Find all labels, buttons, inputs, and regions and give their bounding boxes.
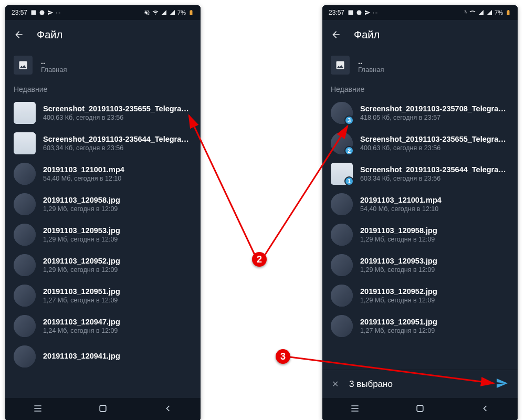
list-item[interactable]: 3 Screenshot_20191103-235708_Telegram X.…	[322, 98, 518, 128]
file-meta: 603,34 Кб, сегодня в 23:56	[360, 175, 509, 182]
list-item[interactable]: 20191103_120941.jpg	[5, 341, 201, 372]
signal-icon	[161, 9, 167, 16]
breadcrumb-dots: ..	[358, 57, 384, 66]
file-name: 20191103_120947.jpg	[43, 318, 120, 326]
send-icon[interactable]	[496, 377, 508, 392]
header: Файл	[5, 20, 201, 49]
file-meta: 54,40 Мб, сегодня в 12:10	[360, 205, 442, 213]
breadcrumb-dots: ..	[41, 57, 67, 66]
battery-pct: 7%	[495, 9, 503, 16]
status-notif-icons: ···	[30, 9, 60, 16]
file-name: 20191103_120953.jpg	[43, 226, 120, 235]
file-name: 20191103_121001.mp4	[43, 165, 124, 174]
breadcrumb[interactable]: .. Главная	[322, 49, 518, 81]
header: Файл	[322, 20, 518, 49]
file-meta: 418,05 Кб, сегодня в 23:57	[360, 114, 509, 121]
svg-rect-0	[32, 10, 36, 15]
list-item[interactable]: 20191103_120951.jpg 1,27 Мб, сегодня в 1…	[5, 280, 201, 311]
battery-pct: 7%	[177, 9, 186, 16]
phone-right: 23:57 ··· 7% Файл .. Главная	[322, 5, 518, 420]
nav-bar	[5, 398, 201, 420]
status-time: 23:57	[329, 9, 344, 16]
list-item[interactable]: Screenshot_20191103-235644_Telegram X.jp…	[5, 128, 201, 159]
file-name: 20191103_120951.jpg	[43, 287, 120, 296]
file-name: 20191103_121001.mp4	[360, 196, 442, 204]
file-meta: 1,29 Мб, сегодня в 12:09	[43, 236, 120, 243]
section-recent-label: Недавние	[322, 81, 518, 98]
mute-icon	[461, 9, 467, 16]
selection-bar: ✕ 3 выбрано	[322, 370, 518, 398]
file-meta: 1,29 Мб, сегодня в 12:09	[360, 297, 437, 304]
signal2-icon	[486, 9, 492, 16]
list-item[interactable]: 20191103_120953.jpg 1,29 Мб, сегодня в 1…	[5, 219, 201, 250]
svg-point-7	[357, 10, 362, 15]
list-item[interactable]: 2 Screenshot_20191103-235655_Telegram X.…	[322, 128, 518, 159]
selection-badge: 2	[344, 146, 354, 155]
back-arrow-icon[interactable]	[331, 29, 341, 40]
file-name: 20191103_120951.jpg	[360, 318, 437, 326]
status-notif-icons: ···	[348, 9, 377, 16]
wifi-icon	[152, 9, 159, 16]
file-meta: 1,24 Мб, сегодня в 12:09	[43, 327, 120, 334]
file-meta: 1,29 Мб, сегодня в 12:09	[360, 266, 437, 274]
list-item[interactable]: 20191103_121001.mp4 54,40 Мб, сегодня в …	[5, 159, 201, 189]
section-recent-label: Недавние	[5, 81, 201, 98]
file-name: Screenshot_20191103-235655_Telegram X.jp…	[360, 135, 509, 143]
file-meta: 1,29 Мб, сегодня в 12:09	[360, 236, 437, 243]
list-item[interactable]: 20191103_120958.jpg 1,29 Мб, сегодня в 1…	[322, 219, 518, 250]
battery-icon	[188, 9, 194, 16]
svg-point-1	[40, 10, 45, 15]
selection-badge: 3	[344, 116, 354, 125]
close-icon[interactable]: ✕	[332, 379, 339, 389]
selection-badge: 1	[344, 176, 354, 186]
list-item[interactable]: 20191103_120952.jpg 1,29 Мб, сегодня в 1…	[5, 250, 201, 280]
list-item[interactable]: 20191103_120947.jpg 1,24 Мб, сегодня в 1…	[5, 311, 201, 341]
signal-icon	[478, 9, 484, 16]
phone-left: 23:57 ··· 7% Файл .. Главная	[5, 5, 201, 420]
selection-count-label: 3 выбрано	[349, 379, 485, 390]
gallery-icon	[331, 56, 350, 75]
page-title: Файл	[37, 29, 62, 41]
file-name: Screenshot_20191103-235655_Telegram X.jp…	[43, 104, 192, 113]
file-name: 20191103_120953.jpg	[360, 257, 437, 265]
nav-recents-icon[interactable]	[33, 403, 43, 416]
file-meta: 1,27 Мб, сегодня в 12:09	[43, 297, 120, 304]
file-list-left: Screenshot_20191103-235655_Telegram X.jp…	[5, 98, 201, 372]
breadcrumb-main: Главная	[358, 66, 384, 74]
page-title: Файл	[354, 29, 380, 41]
file-name: 20191103_120958.jpg	[360, 226, 437, 235]
file-meta: 603,34 Кб, сегодня в 23:56	[43, 144, 192, 152]
list-item[interactable]: Screenshot_20191103-235655_Telegram X.jp…	[5, 98, 201, 128]
back-arrow-icon[interactable]	[14, 29, 24, 40]
file-name: Screenshot_20191103-235644_Telegram X.jp…	[43, 135, 192, 143]
list-item[interactable]: 20191103_120953.jpg 1,29 Мб, сегодня в 1…	[322, 250, 518, 280]
wifi-icon	[469, 9, 476, 16]
list-item[interactable]: 1 Screenshot_20191103-235644_Telegram X.…	[322, 159, 518, 189]
file-meta: 54,40 Мб, сегодня в 12:10	[43, 175, 124, 182]
file-meta: 400,63 Кб, сегодня в 23:56	[360, 144, 509, 152]
breadcrumb[interactable]: .. Главная	[5, 49, 201, 81]
nav-bar	[322, 398, 518, 420]
list-item[interactable]: 20191103_120951.jpg 1,27 Мб, сегодня в 1…	[322, 311, 518, 341]
breadcrumb-main: Главная	[41, 66, 67, 74]
svg-rect-5	[100, 405, 106, 412]
nav-home-icon[interactable]	[415, 403, 425, 416]
battery-icon	[505, 9, 511, 16]
file-meta: 1,27 Мб, сегодня в 12:09	[360, 327, 437, 334]
gallery-icon	[14, 56, 33, 75]
list-item[interactable]: 20191103_120952.jpg 1,29 Мб, сегодня в 1…	[322, 280, 518, 311]
file-name: 20191103_120952.jpg	[360, 287, 437, 296]
nav-back-icon[interactable]	[480, 403, 490, 416]
nav-recents-icon[interactable]	[350, 403, 360, 416]
status-bar: 23:57 ··· 7%	[5, 5, 201, 20]
nav-back-icon[interactable]	[163, 403, 173, 416]
file-name: 20191103_120941.jpg	[43, 352, 120, 360]
status-time: 23:57	[12, 9, 27, 16]
file-name: 20191103_120958.jpg	[43, 196, 120, 204]
list-item[interactable]: 20191103_120958.jpg 1,29 Мб, сегодня в 1…	[5, 189, 201, 219]
file-meta: 1,29 Мб, сегодня в 12:09	[43, 205, 120, 213]
file-meta: 400,63 Кб, сегодня в 23:56	[43, 114, 192, 121]
annotation-step-3: 3	[276, 349, 290, 364]
nav-home-icon[interactable]	[98, 403, 108, 416]
list-item[interactable]: 20191103_121001.mp4 54,40 Мб, сегодня в …	[322, 189, 518, 219]
